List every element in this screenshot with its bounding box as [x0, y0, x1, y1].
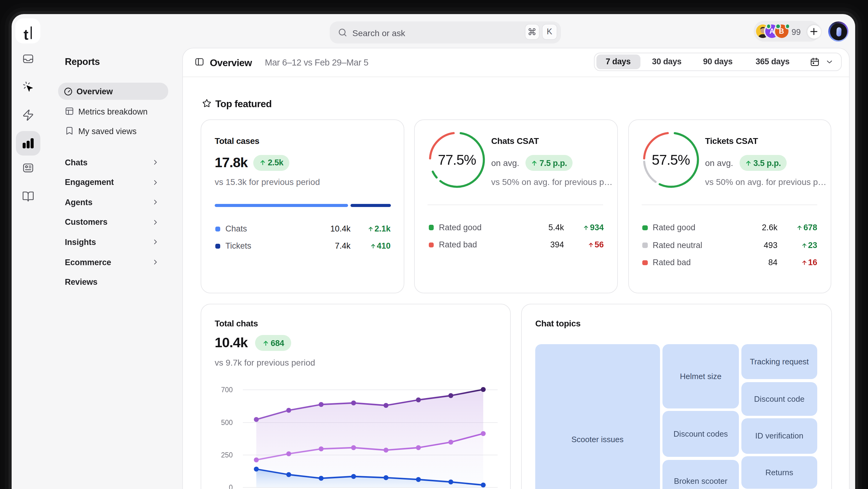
svg-text:250: 250 [221, 451, 233, 459]
svg-text:0: 0 [229, 484, 233, 489]
svg-text:700: 700 [221, 386, 233, 394]
svg-text:500: 500 [221, 419, 233, 427]
